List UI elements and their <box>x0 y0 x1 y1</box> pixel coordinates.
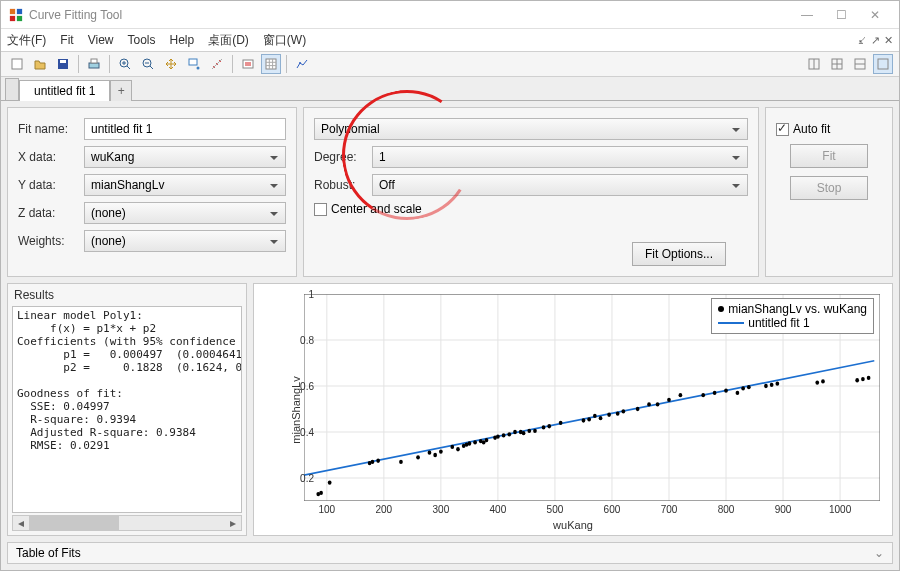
layout-1-icon[interactable] <box>804 54 824 74</box>
layout-4-icon[interactable] <box>873 54 893 74</box>
svg-point-81 <box>656 402 660 406</box>
layout-2-icon[interactable] <box>827 54 847 74</box>
zdata-select[interactable]: (none) <box>84 202 286 224</box>
menu-view[interactable]: View <box>88 33 114 47</box>
zoom-in-icon[interactable] <box>115 54 135 74</box>
svg-point-59 <box>485 438 489 442</box>
svg-point-48 <box>428 451 432 455</box>
open-icon[interactable] <box>30 54 50 74</box>
table-of-fits-label: Table of Fits <box>16 546 81 560</box>
results-panel: Results Linear model Poly1: f(x) = p1*x … <box>7 283 247 536</box>
dock-icon[interactable]: ⭹ <box>856 34 867 46</box>
svg-point-68 <box>533 429 537 433</box>
svg-point-85 <box>713 391 717 395</box>
svg-point-73 <box>587 417 591 421</box>
svg-point-42 <box>328 480 332 484</box>
ytick: 0.6 <box>290 381 314 392</box>
svg-rect-22 <box>878 59 888 69</box>
expand-icon[interactable]: ⌄ <box>874 546 884 560</box>
robust-select[interactable]: Off <box>372 174 748 196</box>
svg-point-80 <box>647 402 651 406</box>
svg-point-92 <box>775 382 779 386</box>
svg-point-61 <box>496 434 500 438</box>
svg-point-56 <box>473 440 477 444</box>
svg-rect-0 <box>10 8 15 13</box>
fitname-label: Fit name: <box>18 122 84 136</box>
layout-3-icon[interactable] <box>850 54 870 74</box>
svg-point-18 <box>299 62 301 64</box>
svg-rect-11 <box>189 59 197 65</box>
fit-tab[interactable]: untitled fit 1 <box>19 80 110 101</box>
fit-options-button[interactable]: Fit Options... <box>632 242 726 266</box>
xdata-select[interactable]: wuKang <box>84 146 286 168</box>
svg-point-82 <box>667 398 671 402</box>
svg-point-83 <box>679 393 683 397</box>
menu-tools[interactable]: Tools <box>127 33 155 47</box>
svg-rect-7 <box>89 63 99 68</box>
menu-window[interactable]: 窗口(W) <box>263 32 306 49</box>
results-hscroll[interactable]: ◂ ▸ <box>12 515 242 531</box>
svg-point-93 <box>815 380 819 384</box>
legend-icon[interactable] <box>238 54 258 74</box>
svg-point-63 <box>507 432 511 436</box>
degree-select[interactable]: 1 <box>372 146 748 168</box>
app-icon <box>9 8 23 22</box>
svg-point-46 <box>399 460 403 464</box>
degree-label: Degree: <box>314 150 372 164</box>
stop-button[interactable]: Stop <box>790 176 868 200</box>
svg-point-69 <box>542 425 546 429</box>
menu-file[interactable]: 文件(F) <box>7 32 46 49</box>
svg-point-88 <box>741 386 745 390</box>
xtick: 100 <box>318 504 335 515</box>
fitname-input[interactable] <box>84 118 286 140</box>
svg-point-51 <box>450 445 454 449</box>
save-icon[interactable] <box>53 54 73 74</box>
weights-label: Weights: <box>18 234 84 248</box>
fit-button[interactable]: Fit <box>790 144 868 168</box>
weights-select[interactable]: (none) <box>84 230 286 252</box>
svg-rect-2 <box>10 15 15 20</box>
ydata-select[interactable]: mianShangLv <box>84 174 286 196</box>
fit-type-select[interactable]: Polynomial <box>314 118 748 140</box>
autofit-checkbox[interactable] <box>776 123 789 136</box>
exclude-icon[interactable] <box>207 54 227 74</box>
svg-point-84 <box>701 393 705 397</box>
zdata-label: Z data: <box>18 206 84 220</box>
svg-point-97 <box>867 376 871 380</box>
zoom-out-icon[interactable] <box>138 54 158 74</box>
add-tab-button[interactable]: + <box>110 80 132 101</box>
results-text[interactable]: Linear model Poly1: f(x) = p1*x + p2 Coe… <box>12 306 242 513</box>
svg-point-86 <box>724 388 728 392</box>
menu-fit[interactable]: Fit <box>60 33 73 47</box>
scroll-thumb[interactable] <box>29 516 119 530</box>
plot-legend[interactable]: mianShangLv vs. wuKang untitled fit 1 <box>711 298 874 334</box>
print-icon[interactable] <box>84 54 104 74</box>
action-panel: Auto fit Fit Stop <box>765 107 893 277</box>
xtick: 1000 <box>829 504 851 515</box>
menu-help[interactable]: Help <box>169 33 194 47</box>
svg-point-62 <box>502 433 506 437</box>
close-panel-icon[interactable]: ✕ <box>884 34 893 47</box>
table-of-fits[interactable]: Table of Fits ⌄ <box>7 542 893 564</box>
svg-rect-16 <box>243 60 253 68</box>
center-scale-checkbox[interactable] <box>314 203 327 216</box>
grid-icon[interactable] <box>261 54 281 74</box>
svg-rect-3 <box>17 15 22 20</box>
scroll-right-icon[interactable]: ▸ <box>225 516 241 530</box>
close-button[interactable]: ✕ <box>859 4 891 26</box>
pan-icon[interactable] <box>161 54 181 74</box>
maximize-button[interactable]: ☐ <box>825 4 857 26</box>
svg-point-45 <box>376 459 380 463</box>
legend-fit-label: untitled fit 1 <box>748 316 809 330</box>
plot-panel[interactable]: mianShangLv wuKang mianShangLv vs. wuKan… <box>253 283 893 536</box>
minimize-button[interactable]: — <box>791 4 823 26</box>
tab-scroll[interactable] <box>5 78 19 100</box>
new-fit-icon[interactable] <box>7 54 27 74</box>
undock-icon[interactable]: ↗ <box>871 34 880 47</box>
scroll-left-icon[interactable]: ◂ <box>13 516 29 530</box>
legend-marker-icon <box>718 306 724 312</box>
datacursor-icon[interactable] <box>184 54 204 74</box>
menu-desktop[interactable]: 桌面(D) <box>208 32 249 49</box>
residual-icon[interactable] <box>292 54 312 74</box>
svg-point-89 <box>747 385 751 389</box>
